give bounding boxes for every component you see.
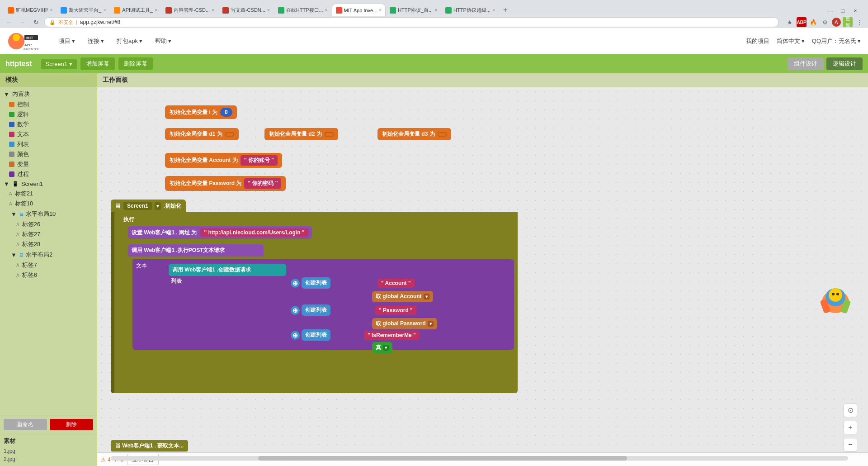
tab-close-6[interactable]: × xyxy=(325,8,328,13)
tab-1[interactable]: 旷视MEGVII框 × xyxy=(4,4,57,16)
block-create-data[interactable]: 调用 Web客户端1 .创建数据请求 xyxy=(169,264,286,276)
sidebar-item-label10[interactable]: A 标签10 xyxy=(0,199,97,209)
tab-2[interactable]: 新大陆云平台_ × xyxy=(57,4,110,16)
address-bar[interactable]: 🔒 不安全 | app.gzjkw.net/#8 xyxy=(44,17,778,27)
tab-close-7[interactable]: × xyxy=(379,8,382,13)
account-key: " Account " xyxy=(377,279,415,288)
profile-button[interactable]: A xyxy=(832,18,841,27)
block-true-value[interactable]: 真 ▾ xyxy=(372,342,392,353)
extension1-button[interactable]: 🔥 xyxy=(808,17,818,27)
nav-help[interactable]: 帮助 ▾ xyxy=(150,34,177,48)
close-window-button[interactable]: × xyxy=(850,5,861,16)
tab-close-9[interactable]: × xyxy=(492,8,495,13)
sidebar-item-label7[interactable]: A 标签7 xyxy=(0,260,97,270)
asset-1[interactable]: 1.jpg xyxy=(4,447,93,455)
extensions-button[interactable]: ⚙ xyxy=(820,17,830,27)
assets-section: 素材 1.jpg 2.jpg xyxy=(0,434,97,466)
tab-close-2[interactable]: × xyxy=(103,8,106,13)
tab-close-1[interactable]: × xyxy=(50,8,53,13)
screen1-label: Screen1 xyxy=(21,181,43,187)
delete-button[interactable]: 删除 xyxy=(50,419,93,430)
block-list-password[interactable]: ⊕ 创建列表 " Password " xyxy=(291,304,416,316)
bookmark-button[interactable]: ★ xyxy=(785,17,795,27)
tab-label-2: 新大陆云平台_ xyxy=(69,7,101,14)
update-button[interactable]: 更新 xyxy=(843,17,853,27)
sidebar-item-logic[interactable]: 逻辑 xyxy=(0,109,97,119)
asset-2[interactable]: 2.jpg xyxy=(4,455,93,463)
forward-button[interactable]: → xyxy=(17,17,28,28)
workspace-canvas[interactable]: 初始化全局变量 i 为 0 初始化全局变量 d1 为 初始化全局变量 d2 为 xyxy=(97,87,868,466)
screen-dropdown[interactable]: Screen1 ▾ xyxy=(41,59,77,69)
maximize-button[interactable]: □ xyxy=(837,5,848,16)
block-screen1-init[interactable]: 当 Screen1 ▾ .初始化 执行 设置 Web客户端1 . 网址 为 " … xyxy=(111,200,518,393)
block-init-d2[interactable]: 初始化全局变量 d2 为 xyxy=(264,128,338,140)
nav-connect[interactable]: 连接 ▾ xyxy=(82,34,109,48)
sidebar-item-math[interactable]: 数学 xyxy=(0,119,97,129)
abp-button[interactable]: ABP xyxy=(797,17,807,27)
url-separator: | xyxy=(76,19,77,25)
tab-7[interactable]: MIT App Inve... × xyxy=(332,4,386,16)
block-init-account[interactable]: 初始化全局变量 Account 为 " 你的账号 " xyxy=(165,153,282,168)
remove-screen-button[interactable]: 删除屏幕 xyxy=(118,57,153,70)
screen1-section-header[interactable]: ▼ 📱 Screen1 xyxy=(0,179,97,189)
block-init-i[interactable]: 初始化全局变量 i 为 0 xyxy=(165,105,237,119)
block-init-d1[interactable]: 初始化全局变量 d1 为 xyxy=(165,128,239,140)
sidebar-item-text[interactable]: 文本 xyxy=(0,129,97,139)
hlayout10-header[interactable]: ▼ ⊟ 水平布局10 xyxy=(0,209,97,219)
tab-6[interactable]: 在线HTTP接口... × xyxy=(274,4,332,16)
rename-button[interactable]: 重命名 xyxy=(4,419,47,430)
block-partial-bottom[interactable]: 当 Web客户端1 . 获取文本... xyxy=(111,440,188,452)
tab-9[interactable]: HTTP协议超级... × xyxy=(441,4,499,16)
new-tab-button[interactable]: + xyxy=(499,4,512,16)
block-init-d3[interactable]: 初始化全局变量 d3 为 xyxy=(377,128,451,140)
block-list-isremember[interactable]: ⊕ 创建列表 " IsRememberMe " xyxy=(291,329,420,341)
tab-5[interactable]: 写文章-CSDN... × xyxy=(218,4,274,16)
block-list-account[interactable]: ⊕ 创建列表 " Account " xyxy=(291,277,415,289)
add-screen-button[interactable]: 增加屏幕 xyxy=(80,57,115,70)
zoom-out-button[interactable]: − xyxy=(844,438,857,452)
sidebar-item-variable[interactable]: 变量 xyxy=(0,159,97,169)
tab-label-8: HTTP协议_百... xyxy=(398,7,433,14)
menu-button[interactable]: ⋮ xyxy=(854,17,864,27)
sidebar-item-list[interactable]: 列表 xyxy=(0,139,97,149)
builtin-section: ▼ 内置块 控制 逻辑 数学 文本 xyxy=(0,89,97,179)
block-set-url[interactable]: 设置 Web客户端1 . 网址 为 " http://api.nlecloud.… xyxy=(128,226,514,239)
back-button[interactable]: ← xyxy=(4,17,14,28)
block-global-account[interactable]: 取 global Account ▾ xyxy=(372,291,433,302)
tab-4[interactable]: 内容管理-CSD... × xyxy=(161,4,218,16)
sidebar-item-label26[interactable]: A 标签26 xyxy=(0,219,97,229)
sidebar-item-label27[interactable]: A 标签27 xyxy=(0,229,97,239)
sidebar-item-control[interactable]: 控制 xyxy=(0,100,97,109)
tab-close-5[interactable]: × xyxy=(267,8,270,13)
refresh-button[interactable]: ↻ xyxy=(31,17,42,28)
my-projects-link[interactable]: 我的项目 xyxy=(746,37,769,45)
nav-project[interactable]: 项目 ▾ xyxy=(53,34,80,48)
design-button[interactable]: 组件设计 xyxy=(788,57,824,70)
tab-close-4[interactable]: × xyxy=(212,8,214,13)
workspace-scrollbar-h[interactable] xyxy=(111,456,848,461)
nav-package[interactable]: 打包apk ▾ xyxy=(111,34,148,48)
procedure-icon xyxy=(9,171,14,177)
sidebar-item-color[interactable]: 颜色 xyxy=(0,149,97,159)
hlayout2-header[interactable]: ▼ ⊟ 水平布局2 xyxy=(0,249,97,260)
block-init-password[interactable]: 初始化全局变量 Password 为 " 你的密码 " xyxy=(165,176,286,191)
logic-button[interactable]: 逻辑设计 xyxy=(826,57,863,70)
tab-close-3[interactable]: × xyxy=(155,8,157,13)
block-post-request[interactable]: 调用 Web客户端1 .执行POST文本请求 xyxy=(128,244,514,257)
builtin-section-header[interactable]: ▼ 内置块 xyxy=(0,89,97,100)
sidebar-item-label6[interactable]: A 标签6 xyxy=(0,270,97,280)
tab-8[interactable]: HTTP协议_百... × xyxy=(386,4,441,16)
sidebar-item-procedure[interactable]: 过程 xyxy=(0,169,97,179)
zoom-in-button[interactable]: + xyxy=(844,421,857,434)
language-selector[interactable]: 简体中文 ▾ xyxy=(777,37,805,45)
sidebar-item-label28[interactable]: A 标签28 xyxy=(0,239,97,249)
tab-favicon-5 xyxy=(222,7,229,14)
sidebar-item-label21[interactable]: A 标签21 xyxy=(0,189,97,199)
zoom-reset-button[interactable]: ⊙ xyxy=(844,404,857,417)
tab-3[interactable]: API调试工具_ × xyxy=(110,4,161,16)
block-global-password[interactable]: 取 global Password ▾ xyxy=(372,318,437,329)
minimize-button[interactable]: — xyxy=(825,5,835,16)
svg-text:INVENTOR: INVENTOR xyxy=(24,48,39,51)
tab-close-8[interactable]: × xyxy=(434,8,437,13)
user-menu[interactable]: QQ用户：无名氏 ▾ xyxy=(812,37,861,45)
